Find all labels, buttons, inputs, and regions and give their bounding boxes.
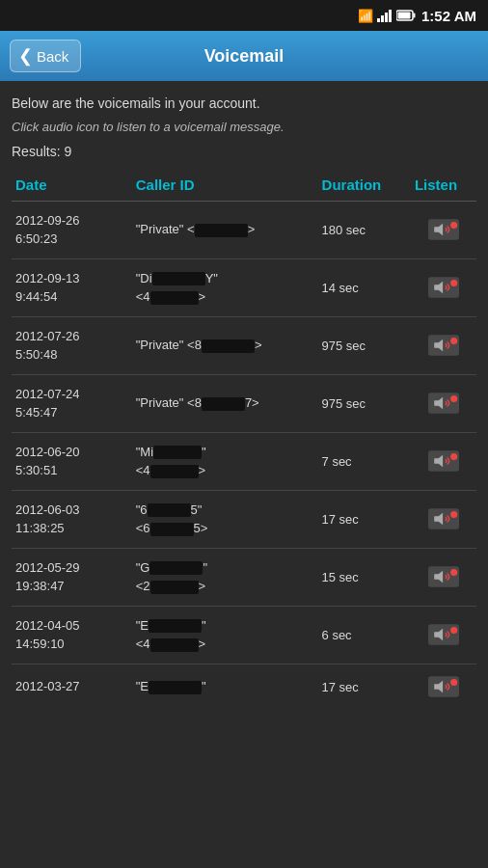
svg-rect-3 [389,10,392,22]
cell-listen [411,258,476,316]
svg-point-21 [450,453,457,460]
cell-date: 2012-09-266:50:23 [12,201,132,258]
description-sub-text: Click audio icon to listen to a voicemai… [12,120,476,134]
table-row: 2012-05-2919:38:47"G "<2 >15 sec [12,548,476,606]
cell-callerid: "Mi "<4 > [132,432,318,490]
cell-callerid: "6 5"<6 5> [132,490,318,548]
table-row: 2012-03-27"E "17 sec [12,664,476,710]
svg-point-30 [450,627,457,634]
svg-rect-0 [377,18,380,22]
content-area: Below are the voicemails in your account… [0,81,488,718]
cell-listen [411,374,476,432]
cell-date: 2012-05-2919:38:47 [12,548,132,606]
status-icons: 📶 [358,9,416,23]
wifi-icon: 📶 [358,9,373,23]
audio-play-button[interactable] [426,391,461,416]
cell-callerid: "Private" < > [132,201,318,258]
cell-duration: 15 sec [318,548,411,606]
signal-icon [377,9,393,22]
table-row: 2012-07-245:45:47"Private" <8 7>975 sec [12,374,476,432]
back-chevron-icon: ❮ [18,45,33,67]
table-row: 2012-06-0311:38:25"6 5"<6 5>17 sec [12,490,476,548]
table-row: 2012-04-0514:59:10"E "<4 >6 sec [12,606,476,664]
svg-point-24 [450,511,457,518]
cell-callerid: "E " [132,664,318,710]
audio-play-button[interactable] [426,448,461,474]
audio-play-button[interactable] [426,564,461,589]
cell-date: 2012-07-265:50:48 [12,316,132,374]
svg-point-12 [450,280,457,286]
cell-date: 2012-07-245:45:47 [12,374,132,432]
svg-rect-1 [381,15,384,22]
back-button[interactable]: ❮ Back [10,40,81,72]
voicemail-table: Date Caller ID Duration Listen 2012-09-2… [12,169,476,710]
cell-duration: 17 sec [318,490,411,548]
svg-rect-6 [398,13,411,19]
results-count: Results: 9 [12,144,476,159]
table-header-row: Date Caller ID Duration Listen [12,169,476,202]
svg-rect-5 [414,14,416,18]
cell-date: 2012-06-205:30:51 [12,432,132,490]
audio-play-button[interactable] [426,674,461,699]
cell-listen [411,548,476,606]
cell-duration: 975 sec [318,374,411,432]
audio-play-button[interactable] [426,275,461,300]
audio-play-button[interactable] [426,333,461,358]
svg-point-27 [450,569,457,576]
svg-rect-2 [385,13,388,22]
cell-duration: 14 sec [318,258,411,316]
cell-duration: 17 sec [318,664,411,710]
cell-listen [411,664,476,710]
column-header-callerid: Caller ID [132,169,318,202]
audio-play-button[interactable] [426,622,461,647]
header: ❮ Back Voicemail [0,31,488,81]
cell-listen [411,201,476,258]
cell-listen [411,606,476,664]
battery-icon [396,10,416,21]
audio-play-button[interactable] [426,506,461,531]
table-row: 2012-09-139:44:54"Di Y"<4 >14 sec [12,258,476,316]
svg-point-18 [450,395,457,402]
status-time: 1:52 AM [421,8,476,24]
table-row: 2012-07-265:50:48"Private" <8 >975 sec [12,316,476,374]
column-header-duration: Duration [318,169,411,202]
cell-callerid: "Private" <8 7> [132,374,318,432]
cell-duration: 7 sec [318,432,411,490]
cell-date: 2012-09-139:44:54 [12,258,132,316]
cell-date: 2012-04-0514:59:10 [12,606,132,664]
description-text: Below are the voicemails in your account… [12,95,476,114]
cell-duration: 180 sec [318,201,411,258]
cell-listen [411,316,476,374]
svg-point-15 [450,338,457,344]
back-label: Back [37,48,68,65]
status-bar: 📶 1:52 AM [0,0,488,31]
cell-date: 2012-06-0311:38:25 [12,490,132,548]
cell-callerid: "E "<4 > [132,606,318,664]
cell-duration: 975 sec [318,316,411,374]
table-row: 2012-09-266:50:23"Private" < >180 sec [12,201,476,258]
cell-listen [411,432,476,490]
svg-point-33 [450,679,457,686]
cell-duration: 6 sec [318,606,411,664]
column-header-date: Date [12,169,132,202]
cell-callerid: "Private" <8 > [132,316,318,374]
column-header-listen: Listen [411,169,476,202]
table-row: 2012-06-205:30:51"Mi "<4 >7 sec [12,432,476,490]
svg-point-9 [450,222,457,229]
cell-listen [411,490,476,548]
cell-callerid: "G "<2 > [132,548,318,606]
cell-callerid: "Di Y"<4 > [132,258,318,316]
cell-date: 2012-03-27 [12,664,132,710]
header-title: Voicemail [204,46,285,67]
audio-play-button[interactable] [426,217,461,242]
